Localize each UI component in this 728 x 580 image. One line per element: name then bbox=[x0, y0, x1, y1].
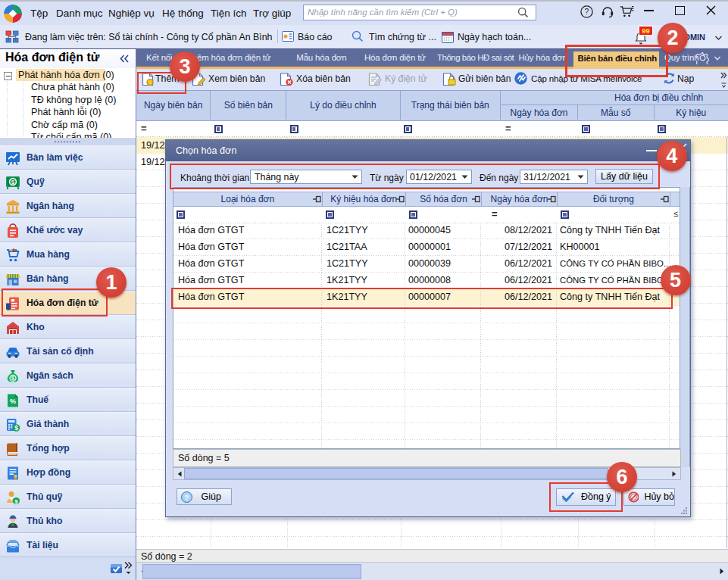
svg-text:?: ? bbox=[585, 7, 589, 16]
svg-text:?: ? bbox=[184, 493, 189, 501]
svg-text:$: $ bbox=[11, 375, 15, 382]
svg-text:$: $ bbox=[11, 179, 15, 186]
svg-text:%: % bbox=[10, 398, 16, 405]
svg-text:$: $ bbox=[14, 424, 18, 432]
svg-text:$: $ bbox=[14, 498, 18, 505]
